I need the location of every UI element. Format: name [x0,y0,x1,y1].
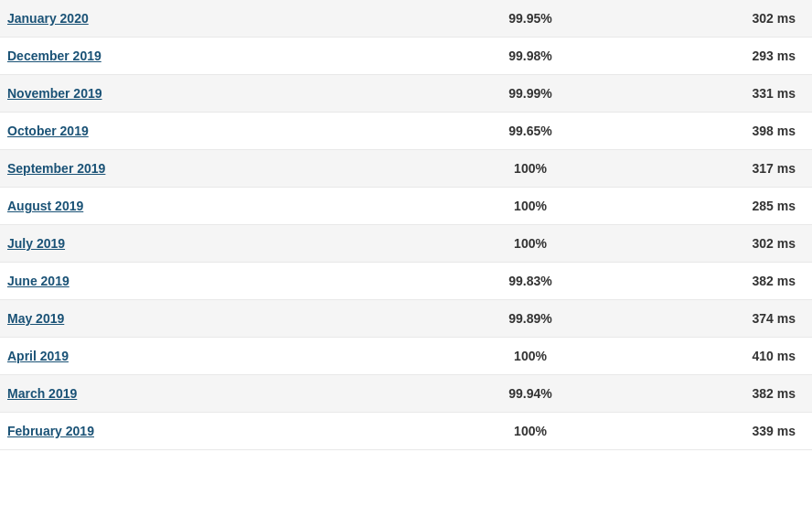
month-link[interactable]: October 2019 [7,124,89,138]
table-row: November 201999.99%331 ms [0,75,812,113]
month-link[interactable]: June 2019 [7,274,69,288]
uptime-value: 99.83% [439,274,622,288]
month-link[interactable]: January 2020 [7,11,89,26]
uptime-value: 100% [439,236,622,251]
uptime-value: 100% [439,161,622,176]
response-time-value: 331 ms [622,86,805,101]
uptime-value: 100% [439,424,622,438]
month-link[interactable]: February 2019 [7,424,94,438]
table-row: July 2019100%302 ms [0,225,812,263]
table-row: May 201999.89%374 ms [0,300,812,338]
month-link[interactable]: July 2019 [7,236,65,251]
response-time-value: 339 ms [622,424,805,438]
table-row: December 201999.98%293 ms [0,38,812,75]
month-link[interactable]: April 2019 [7,349,69,363]
month-link[interactable]: December 2019 [7,48,102,63]
uptime-value: 99.95% [439,11,622,26]
response-time-value: 302 ms [622,11,805,26]
uptime-value: 99.99% [439,86,622,101]
response-time-value: 317 ms [622,161,805,176]
uptime-value: 99.65% [439,124,622,138]
table-row: March 201999.94%382 ms [0,375,812,413]
month-link[interactable]: September 2019 [7,161,105,176]
uptime-value: 99.98% [439,48,622,63]
response-time-value: 382 ms [622,274,805,288]
month-link[interactable]: May 2019 [7,311,64,326]
response-time-value: 293 ms [622,48,805,63]
table-row: September 2019100%317 ms [0,150,812,188]
response-time-value: 302 ms [622,236,805,251]
uptime-table: January 202099.95%302 msDecember 201999.… [0,0,812,450]
table-row: June 201999.83%382 ms [0,263,812,300]
uptime-value: 100% [439,199,622,213]
response-time-value: 398 ms [622,124,805,138]
response-time-value: 382 ms [622,386,805,401]
month-link[interactable]: March 2019 [7,386,77,401]
uptime-value: 99.94% [439,386,622,401]
table-row: August 2019100%285 ms [0,188,812,225]
uptime-value: 99.89% [439,311,622,326]
uptime-value: 100% [439,349,622,363]
table-row: April 2019100%410 ms [0,338,812,375]
table-row: October 201999.65%398 ms [0,113,812,150]
table-row: January 202099.95%302 ms [0,0,812,38]
month-link[interactable]: November 2019 [7,86,102,101]
response-time-value: 410 ms [622,349,805,363]
table-row: February 2019100%339 ms [0,413,812,450]
response-time-value: 374 ms [622,311,805,326]
response-time-value: 285 ms [622,199,805,213]
month-link[interactable]: August 2019 [7,199,83,213]
